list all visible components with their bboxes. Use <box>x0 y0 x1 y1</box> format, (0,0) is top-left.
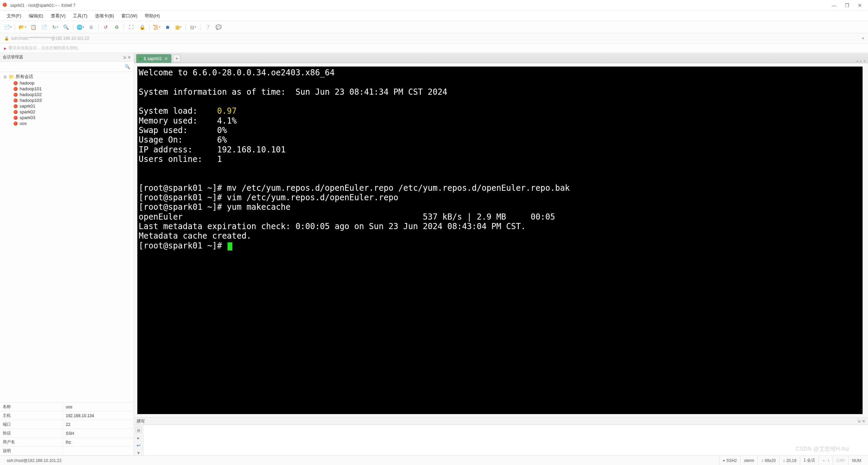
terminal-cursor <box>228 242 232 250</box>
status-protocol: ●SSH2 <box>719 456 740 465</box>
menu-file[interactable]: 文件(F) <box>5 12 23 20</box>
term-line: System information as of time: <box>139 87 295 97</box>
session-item-spark03[interactable]: spark03 <box>2 115 132 120</box>
session-search[interactable]: 🔍 <box>0 62 134 72</box>
compose-close-icon[interactable]: ✕ <box>862 419 865 424</box>
search-button[interactable]: 🔍 <box>61 23 70 32</box>
session-manager-header: 会话管理器 ⇲ ✕ <box>0 53 134 62</box>
term-line: Usage On: 6% <box>139 135 227 145</box>
minimize-button[interactable]: — <box>831 3 837 8</box>
panel-close-icon[interactable]: ✕ <box>127 55 131 60</box>
paste-button[interactable]: 📄 <box>40 23 48 32</box>
main-row: 会话管理器 ⇲ ✕ 🔍 ⊟ 📁 所有会话 hadoop hadoop101 <box>0 53 868 455</box>
session-item-uos[interactable]: uos <box>2 120 132 126</box>
desktop-button[interactable]: 🖥 <box>87 23 96 32</box>
new-session-button[interactable]: 📄 <box>3 23 12 32</box>
prop-value-name: uos <box>63 403 134 411</box>
compose-more-icon[interactable]: ▾ <box>137 450 140 455</box>
address-bar[interactable]: 🔒 ssh://root:**************@192.168.10.1… <box>0 33 868 43</box>
session-label: spark03 <box>20 115 35 120</box>
tab-saprk01[interactable]: 1 saprk01 ✕ <box>136 54 172 63</box>
search-icon[interactable]: 🔍 <box>121 64 134 69</box>
prop-label: 用户名 <box>0 438 63 446</box>
record-button[interactable]: ⏺ <box>163 23 172 32</box>
session-properties: 名称uos 主机192.168.10.134 端口22 协议SSH 用户名lhz… <box>0 402 134 455</box>
layout-button[interactable]: ▦ <box>174 23 183 32</box>
menu-help[interactable]: 帮助(H) <box>143 12 162 20</box>
session-label: hadoop103 <box>20 98 42 103</box>
reconnect-button[interactable]: ↺ <box>101 23 110 32</box>
session-label: hadoop <box>20 80 34 86</box>
colorset-button[interactable]: ▤ <box>189 23 197 32</box>
help-button[interactable]: ❔ <box>203 23 212 32</box>
session-icon <box>14 116 18 120</box>
tabs-next-icon[interactable]: ▸ <box>860 59 862 63</box>
script-button[interactable]: 📜 <box>152 23 161 32</box>
tabs-list-icon[interactable]: ▾ <box>864 59 865 63</box>
prop-value-protocol: SSH <box>63 429 134 438</box>
tab-index: 1 <box>144 56 146 61</box>
session-item-hadoop102[interactable]: hadoop102 <box>2 92 132 97</box>
session-icon <box>14 93 18 97</box>
about-button[interactable]: 💬 <box>214 23 223 32</box>
toolbar: 📄 📂 📋 📄 ↻ 🔍 🌐 🖥 ↺ ♻ ⛶ 🔒 📜 ⏺ ▦ ▤ ❔ 💬 <box>0 21 868 33</box>
tabs-nav: ◂ ▸ ▾ <box>856 59 868 63</box>
close-button[interactable]: ✕ <box>856 3 863 8</box>
connect-button[interactable]: ↻ <box>51 23 59 32</box>
window-controls: — ❐ ✕ <box>831 3 865 8</box>
status-size: ↕88x20 <box>757 456 779 465</box>
menu-view[interactable]: 查看(V) <box>49 12 67 20</box>
recycle-button[interactable]: ♻ <box>112 23 121 32</box>
menu-edit[interactable]: 编辑(E) <box>27 12 45 20</box>
terminal[interactable]: Welcome to 6.6.0-28.0.0.34.oe2403.x86_64… <box>137 67 863 414</box>
term-line: [root@spark01 ~]# vim /etc/yum.repos.d/o… <box>139 193 398 202</box>
tab-add-button[interactable]: + <box>173 55 180 62</box>
session-manager-title: 会话管理器 <box>3 54 23 60</box>
compose-gutter: ▤ ▸ ↩ ▾ <box>134 425 143 455</box>
status-bar: ssh://root@192.168.10.101:22 ●SSH2 xterm… <box>0 455 868 465</box>
menu-window[interactable]: 窗口(W) <box>119 12 139 20</box>
compose-input[interactable] <box>143 425 868 455</box>
session-icon <box>14 81 18 85</box>
menu-tabs[interactable]: 选项卡(B) <box>93 12 116 20</box>
menu-tools[interactable]: 工具(T) <box>71 12 90 20</box>
size-icon: ↕ <box>761 458 763 463</box>
session-item-hadoop103[interactable]: hadoop103 <box>2 97 132 103</box>
compose-history-icon[interactable]: ↩ <box>137 443 141 448</box>
lock-button[interactable]: 🔒 <box>138 23 146 32</box>
tab-close-icon[interactable]: ✕ <box>164 56 168 61</box>
panel-pin-icon[interactable]: ⇲ <box>123 55 126 60</box>
flag-icon[interactable]: ▸ <box>4 45 6 51</box>
term-line: Metadata cache created. <box>139 231 251 241</box>
tree-root[interactable]: ⊟ 📁 所有会话 <box>2 73 132 80</box>
session-label: uos <box>20 121 27 126</box>
term-line: IP address: 192.168.10.101 <box>139 145 285 154</box>
prop-label: 端口 <box>0 420 63 429</box>
session-item-hadoop101[interactable]: hadoop101 <box>2 86 132 92</box>
session-label: hadoop101 <box>20 86 42 91</box>
copy-button[interactable]: 📋 <box>29 23 38 32</box>
term-line: Welcome to 6.6.0-28.0.0.34.oe2403.x86_64 <box>139 68 335 77</box>
tab-label: saprk01 <box>147 56 162 61</box>
maximize-button[interactable]: ❐ <box>844 3 850 8</box>
lock-icon: 🔒 <box>4 36 9 41</box>
session-item-spark02[interactable]: spark02 <box>2 109 132 115</box>
tabs-prev-icon[interactable]: ◂ <box>856 59 858 63</box>
collapse-icon[interactable]: ⊟ <box>3 75 7 79</box>
address-dropdown-icon[interactable]: ▾ <box>862 36 864 40</box>
compose-toggle-icon[interactable]: ▤ <box>136 427 142 433</box>
fullscreen-button[interactable]: ⛶ <box>127 23 136 32</box>
session-item-hadoop[interactable]: hadoop <box>2 80 132 86</box>
status-connection: ssh://root@192.168.10.101:22 <box>3 456 719 465</box>
prop-label: 说明 <box>0 447 63 455</box>
session-item-saprk01[interactable]: saprk01 <box>2 103 132 109</box>
globe-button[interactable]: 🌐 <box>76 23 85 32</box>
term-line: Last metadata expiration check: 0:00:05 … <box>139 222 526 231</box>
compose-pin-icon[interactable]: ⇲ <box>857 419 861 424</box>
tab-status-icon <box>139 57 142 60</box>
term-line: Swap used: 0% <box>139 126 227 135</box>
session-search-input[interactable] <box>0 63 121 71</box>
open-session-button[interactable]: 📂 <box>18 23 27 32</box>
status-pos: ↕20,19 <box>779 456 800 465</box>
compose-next-icon[interactable]: ▸ <box>137 435 140 441</box>
